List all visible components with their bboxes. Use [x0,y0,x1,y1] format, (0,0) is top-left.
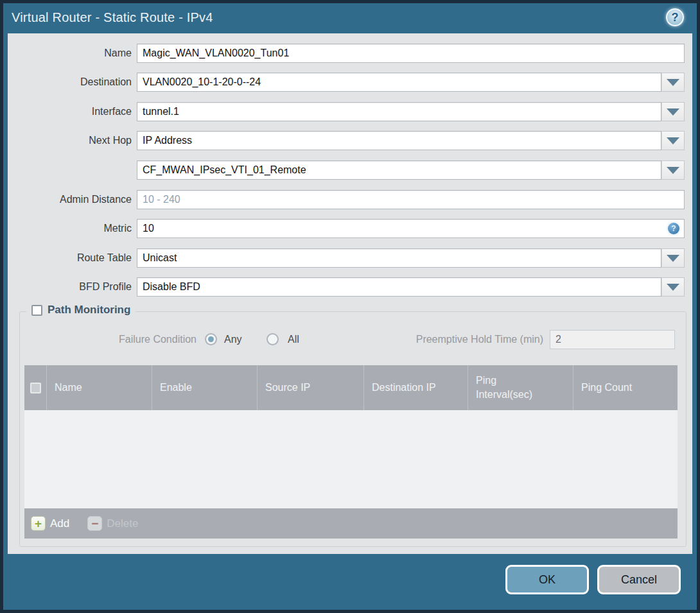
route-table-dropdown-button[interactable] [661,248,685,268]
failure-condition-any-radio[interactable] [205,333,217,345]
table-toolbar: + Add − Delete [24,508,678,539]
chevron-down-icon [667,255,679,262]
next-hop-type-dropdown-button[interactable] [661,131,685,150]
metric-row: Metric ? [8,219,692,238]
delete-button-label: Delete [107,517,138,530]
interface-label: Interface [8,102,132,121]
bfd-profile-dropdown-button[interactable] [661,277,685,297]
interface-dropdown-button[interactable] [661,102,685,121]
failure-condition-all-label: All [288,330,299,349]
help-icon[interactable]: ? [666,8,684,26]
select-all-checkbox[interactable] [30,383,41,393]
add-button[interactable]: + Add [31,516,69,531]
admin-distance-input[interactable] [137,190,685,209]
metric-input[interactable] [137,219,685,238]
destination-input[interactable] [137,73,661,92]
dialog-title: Virtual Router - Static Route - IPv4 [12,10,213,25]
failure-condition-label: Failure Condition [20,330,197,349]
path-monitoring-section: Path Monitoring Failure Condition Any Al… [19,311,687,547]
path-monitoring-legend: Path Monitoring [26,304,136,316]
route-table-row: Route Table [8,248,692,268]
column-header-ping-count[interactable]: Ping Count [573,365,678,410]
bfd-profile-input[interactable] [137,277,661,297]
column-header-destination-ip[interactable]: Destination IP [364,365,468,410]
delete-button[interactable]: − Delete [87,516,138,531]
path-monitoring-title: Path Monitoring [48,304,130,316]
table-header-row: Name Enable Source IP Destination IP Pin… [24,365,678,410]
name-label: Name [8,44,132,63]
route-table-label: Route Table [8,248,132,268]
next-hop-row: Next Hop [8,131,692,150]
next-hop-address-dropdown-button[interactable] [661,160,685,180]
chevron-down-icon [667,108,679,116]
preemptive-hold-time-input[interactable] [550,330,675,349]
route-table-input[interactable] [137,248,661,268]
next-hop-address-row [8,160,692,180]
interface-input[interactable] [137,102,661,121]
preemptive-hold-time-label: Preemptive Hold Time (min) [341,330,543,349]
next-hop-address-input[interactable] [137,160,661,180]
chevron-down-icon [667,284,679,291]
admin-distance-row: Admin Distance [8,190,692,209]
add-button-label: Add [50,517,69,530]
column-header-name[interactable]: Name [47,365,152,410]
interface-row: Interface [8,102,692,121]
dialog-titlebar: Virtual Router - Static Route - IPv4 ? [3,3,697,33]
admin-distance-label: Admin Distance [8,190,132,209]
column-header-enable[interactable]: Enable [152,365,258,410]
path-monitoring-checkbox[interactable] [31,305,42,316]
failure-condition-any-label: Any [224,330,242,349]
destination-label: Destination [8,73,132,92]
next-hop-type-input[interactable] [137,131,661,150]
name-input[interactable] [137,44,685,63]
ok-button[interactable]: OK [505,565,589,594]
metric-help-icon[interactable]: ? [668,223,679,234]
failure-condition-row: Failure Condition Any All Preemptive Hol… [20,330,686,349]
column-header-source-ip[interactable]: Source IP [258,365,364,410]
column-header-ping-interval[interactable]: Ping Interval(sec) [468,365,573,410]
failure-condition-all-radio[interactable] [267,333,279,345]
dialog-content: Name Destination Interface [8,33,692,554]
table-header-checkbox-cell [24,365,47,410]
path-monitoring-table: Name Enable Source IP Destination IP Pin… [24,365,678,539]
bfd-profile-label: BFD Profile [8,277,132,297]
next-hop-label: Next Hop [8,131,132,150]
destination-dropdown-button[interactable] [661,73,685,92]
metric-label: Metric [8,219,132,238]
cancel-button[interactable]: Cancel [597,565,681,594]
chevron-down-icon [667,79,679,86]
add-icon: + [31,516,46,531]
destination-row: Destination [8,73,692,92]
bfd-profile-row: BFD Profile [8,277,692,297]
chevron-down-icon [667,167,679,174]
delete-icon: − [87,516,102,531]
static-route-dialog: Virtual Router - Static Route - IPv4 ? N… [0,0,700,613]
table-body-empty [24,410,678,508]
chevron-down-icon [667,137,679,144]
name-row: Name [8,44,692,63]
